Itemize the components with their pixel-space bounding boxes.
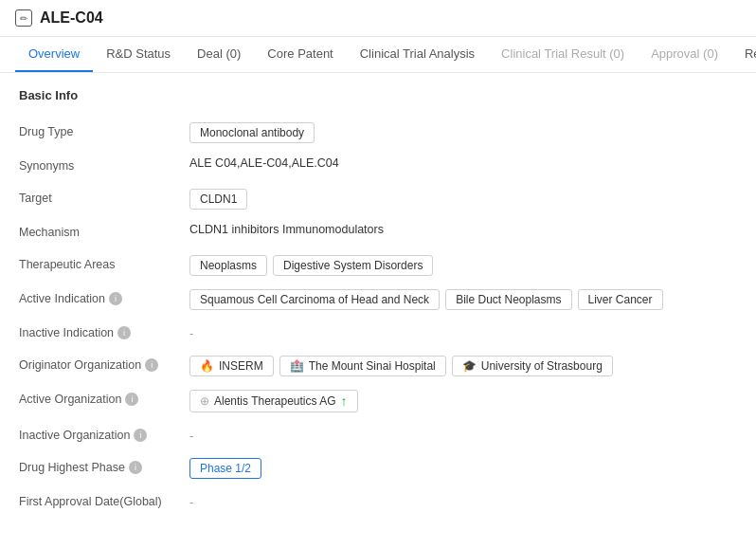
edit-icon[interactable]: ✏	[15, 9, 32, 27]
originator-org-value: 🔥 INSERM 🏥 The Mount Sinai Hospital 🎓 Un…	[189, 356, 737, 376]
active-org-row: Active Organization i ⊕ Alentis Therapeu…	[19, 383, 737, 419]
page-title: ALE-C04	[40, 9, 103, 27]
active-org-value: ⊕ Alentis Therapeutics AG ↑	[189, 390, 737, 412]
drug-highest-phase-value: Phase 1/2	[189, 458, 737, 479]
inactive-indication-row: Inactive Indication i -	[19, 317, 737, 349]
active-org-help-icon[interactable]: i	[125, 393, 138, 406]
inactive-indication-label: Inactive Indication i	[19, 323, 189, 339]
first-approval-row: First Approval Date(Global) -	[19, 485, 737, 518]
tab-regulation[interactable]: Regulation	[731, 37, 756, 72]
mechanism-row: Mechanism CLDN1 inhibitors Immunomodulat…	[19, 216, 737, 248]
mechanism-label: Mechanism	[19, 223, 189, 239]
inactive-indication-dash: -	[189, 326, 193, 340]
liver-cancer-tag[interactable]: Liver Cancer	[578, 289, 663, 310]
inactive-indication-help-icon[interactable]: i	[117, 326, 131, 339]
inactive-org-label: Inactive Organization i	[19, 426, 189, 442]
sinai-logo-icon: 🏥	[290, 359, 304, 373]
tab-approval: Approval (0)	[638, 37, 731, 72]
synonyms-value: ALE C04,ALE-C04,ALE.C04	[189, 156, 737, 170]
tab-deal[interactable]: Deal (0)	[184, 37, 254, 72]
inserm-tag[interactable]: 🔥 INSERM	[189, 356, 274, 376]
strasbourg-logo-icon: 🎓	[462, 359, 477, 373]
digestive-tag[interactable]: Digestive System Disorders	[273, 255, 433, 276]
drug-type-row: Drug Type Monoclonal antibody	[19, 116, 737, 150]
scc-tag[interactable]: Squamous Cell Carcinoma of Head and Neck	[189, 289, 440, 310]
first-approval-label: First Approval Date(Global)	[19, 492, 189, 508]
inserm-logo-icon: 🔥	[200, 359, 214, 373]
active-indication-label: Active Indication i	[19, 289, 189, 305]
target-tag[interactable]: CLDN1	[189, 189, 247, 210]
main-content: Basic Info Drug Type Monoclonal antibody…	[0, 73, 756, 533]
first-approval-dash: -	[189, 495, 193, 509]
drug-highest-phase-label-text: Drug Highest Phase	[19, 461, 125, 474]
first-approval-value: -	[189, 492, 737, 509]
active-org-label: Active Organization i	[19, 390, 189, 406]
tab-core-patent[interactable]: Core Patent	[254, 37, 346, 72]
strasbourg-tag[interactable]: 🎓 University of Strasbourg	[452, 356, 613, 376]
active-indication-row: Active Indication i Squamous Cell Carcin…	[19, 283, 737, 317]
neoplasms-tag[interactable]: Neoplasms	[189, 255, 267, 276]
inactive-org-help-icon[interactable]: i	[134, 429, 147, 442]
title-bar: ✏ ALE-C04	[0, 0, 756, 37]
active-indication-label-text: Active Indication	[19, 292, 105, 305]
alentis-name: Alentis Therapeutics AG	[214, 394, 336, 408]
originator-org-label: Originator Organization i	[19, 356, 189, 372]
mechanism-value: CLDN1 inhibitors Immunomodulators	[189, 223, 737, 236]
inserm-name: INSERM	[219, 359, 263, 373]
target-label: Target	[19, 189, 189, 205]
drug-type-tag[interactable]: Monoclonal antibody	[189, 122, 315, 143]
inactive-org-dash: -	[189, 429, 193, 443]
tab-rd-status[interactable]: R&D Status	[93, 37, 184, 72]
inactive-org-label-text: Inactive Organization	[19, 429, 130, 442]
bile-duct-tag[interactable]: Bile Duct Neoplasms	[445, 289, 571, 310]
inactive-indication-value: -	[189, 323, 737, 340]
basic-info-title: Basic Info	[19, 88, 737, 102]
alentis-tag[interactable]: ⊕ Alentis Therapeutics AG ↑	[189, 390, 358, 412]
drug-type-label: Drug Type	[19, 122, 189, 138]
target-row: Target CLDN1	[19, 182, 737, 216]
active-indication-value: Squamous Cell Carcinoma of Head and Neck…	[189, 289, 737, 310]
synonyms-row: Synonyms ALE C04,ALE-C04,ALE.C04	[19, 150, 737, 182]
tab-overview[interactable]: Overview	[15, 37, 93, 72]
inactive-org-row: Inactive Organization i -	[19, 419, 737, 451]
synonyms-label: Synonyms	[19, 156, 189, 173]
synonyms-text: ALE C04,ALE-C04,ALE.C04	[189, 156, 339, 170]
therapeutic-areas-value: Neoplasms Digestive System Disorders	[189, 255, 737, 276]
sinai-name: The Mount Sinai Hospital	[309, 359, 436, 373]
originator-org-label-text: Originator Organization	[19, 358, 141, 372]
active-indication-help-icon[interactable]: i	[109, 292, 122, 305]
tab-clinical-trial-result: Clinical Trial Result (0)	[488, 37, 638, 72]
therapeutic-areas-row: Therapeutic Areas Neoplasms Digestive Sy…	[19, 248, 737, 283]
tabs-bar: Overview R&D Status Deal (0) Core Patent…	[0, 37, 756, 73]
alentis-arrow-icon: ↑	[341, 393, 348, 409]
active-org-label-text: Active Organization	[19, 393, 121, 406]
phase-tag[interactable]: Phase 1/2	[189, 458, 261, 479]
therapeutic-areas-label: Therapeutic Areas	[19, 255, 189, 271]
drug-highest-phase-label: Drug Highest Phase i	[19, 458, 189, 474]
drug-highest-phase-help-icon[interactable]: i	[129, 461, 142, 474]
inactive-org-value: -	[189, 426, 737, 443]
drug-highest-phase-row: Drug Highest Phase i Phase 1/2	[19, 451, 737, 485]
inactive-indication-label-text: Inactive Indication	[19, 326, 114, 339]
tab-clinical-trial-analysis[interactable]: Clinical Trial Analysis	[347, 37, 488, 72]
mechanism-text: CLDN1 inhibitors Immunomodulators	[189, 223, 384, 236]
originator-org-help-icon[interactable]: i	[145, 358, 158, 372]
originator-org-row: Originator Organization i 🔥 INSERM 🏥 The…	[19, 349, 737, 383]
target-value: CLDN1	[189, 189, 737, 210]
strasbourg-name: University of Strasbourg	[481, 359, 603, 373]
sinai-tag[interactable]: 🏥 The Mount Sinai Hospital	[279, 356, 446, 376]
drug-type-value: Monoclonal antibody	[189, 122, 737, 143]
alentis-logo-icon: ⊕	[200, 394, 209, 408]
